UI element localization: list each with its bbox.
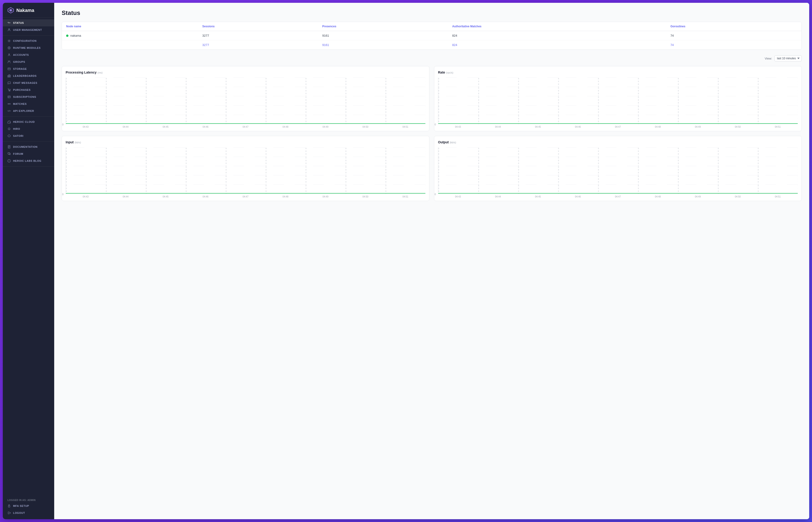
sidebar-footer: LOGGED IN AS: ADMIN MFA SETUP LOGOUT bbox=[3, 494, 54, 519]
chart-output: Output(kb/s) 0 04:43 04:44 04:45 04:46 0… bbox=[434, 136, 802, 201]
activity-icon bbox=[7, 21, 11, 24]
node-name-cell: nakama bbox=[62, 31, 198, 40]
chart-area-rate: 0 bbox=[438, 78, 798, 124]
doc-icon bbox=[7, 145, 11, 148]
table-row: nakama 3277 9161 824 74 bbox=[62, 31, 801, 40]
page-title: Status bbox=[62, 9, 802, 17]
groups-icon bbox=[7, 60, 11, 63]
main-content: Status Node name Sessions Presences Auth… bbox=[54, 3, 809, 519]
app-name: Nakama bbox=[16, 8, 34, 13]
chart-area-processing-latency: 0 bbox=[66, 78, 425, 124]
svg-point-3 bbox=[8, 29, 9, 30]
sidebar-item-documentation[interactable]: DOCUMENTATION bbox=[3, 143, 54, 150]
time-labels-3: 04:43 04:44 04:45 04:46 04:47 04:48 04:4… bbox=[438, 195, 798, 198]
forum-icon bbox=[7, 152, 11, 156]
mfa-icon bbox=[7, 504, 11, 507]
sidebar-item-subscriptions[interactable]: SUBSCRIPTIONS bbox=[3, 93, 54, 100]
sidebar-section-top: STATUS USER MANAGEMENT bbox=[3, 18, 54, 36]
col-presences: Presences bbox=[318, 22, 448, 31]
settings-icon bbox=[7, 39, 11, 42]
sidebar-item-api-explorer[interactable]: API EXPLORER bbox=[3, 107, 54, 114]
time-labels-1: 04:43 04:44 04:45 04:46 04:47 04:48 04:4… bbox=[438, 126, 798, 128]
chart-grid-svg-2 bbox=[66, 147, 425, 194]
chart-title-output: Output(kb/s) bbox=[438, 140, 798, 144]
summary-goroutines: 74 bbox=[666, 40, 801, 50]
sidebar-item-matches[interactable]: MATCHES bbox=[3, 100, 54, 107]
sidebar-item-status[interactable]: STATUS bbox=[3, 19, 54, 26]
chart-grid-svg-3 bbox=[438, 147, 798, 194]
sidebar-item-groups[interactable]: GROUPS bbox=[3, 58, 54, 65]
node-status-dot bbox=[66, 35, 69, 37]
sidebar-item-leaderboards[interactable]: LEADERBOARDS bbox=[3, 73, 54, 79]
charts-row-2: Input(kb/s) 0 04:43 04:44 04:45 04:46 04… bbox=[62, 136, 802, 201]
subscriptions-icon bbox=[7, 95, 11, 99]
chat-icon bbox=[7, 81, 11, 84]
svg-rect-10 bbox=[8, 68, 11, 70]
presences-value: 9161 bbox=[318, 31, 448, 40]
accounts-icon bbox=[7, 53, 11, 57]
zero-label-2: 0 bbox=[62, 193, 63, 196]
svg-point-6 bbox=[8, 47, 9, 48]
storage-icon bbox=[7, 67, 11, 71]
svg-rect-42 bbox=[438, 147, 798, 194]
svg-point-2 bbox=[10, 9, 12, 11]
chart-area-input: 0 bbox=[66, 147, 425, 194]
sidebar-item-heroic-labs-blog[interactable]: HEROIC LABS BLOG bbox=[3, 157, 54, 164]
sessions-value: 3277 bbox=[198, 31, 318, 40]
status-table: Node name Sessions Presences Authoritati… bbox=[62, 22, 802, 50]
sidebar-item-chat-messages[interactable]: CHAT MESSAGES bbox=[3, 79, 54, 86]
sidebar-item-mfa-setup[interactable]: MFA SETUP bbox=[3, 502, 54, 509]
svg-rect-12 bbox=[8, 75, 9, 77]
chart-processing-latency: Processing Latency(ms) 0 04:43 04:44 04:… bbox=[62, 66, 429, 131]
time-labels-2: 04:43 04:44 04:45 04:46 04:47 04:48 04:4… bbox=[66, 195, 425, 198]
svg-point-4 bbox=[8, 40, 9, 41]
svg-rect-14 bbox=[10, 75, 11, 77]
cloud-icon bbox=[7, 120, 11, 123]
zero-label-0: 0 bbox=[62, 123, 63, 126]
sidebar-item-purchases[interactable]: PURCHASES bbox=[3, 86, 54, 93]
nakama-logo-icon bbox=[7, 7, 14, 14]
matches-icon bbox=[7, 102, 11, 105]
app-container: Nakama STATUS USER MANAGEMENT CONFIGURAT… bbox=[3, 3, 809, 519]
sidebar-item-storage[interactable]: STORAGE bbox=[3, 65, 54, 73]
api-icon bbox=[7, 109, 11, 113]
view-label: View: bbox=[765, 57, 772, 60]
sidebar: Nakama STATUS USER MANAGEMENT CONFIGURAT… bbox=[3, 3, 54, 519]
svg-rect-40 bbox=[66, 147, 425, 194]
svg-point-9 bbox=[9, 61, 10, 62]
sidebar-item-configuration[interactable]: CONFIGURATION bbox=[3, 37, 54, 44]
svg-point-7 bbox=[8, 54, 9, 55]
view-select[interactable]: last 10 minutes last 30 minutes last 1 h… bbox=[774, 55, 802, 61]
purchases-icon bbox=[7, 88, 11, 92]
sidebar-item-runtime-modules[interactable]: RUNTIME MODULES bbox=[3, 44, 54, 52]
runtime-icon bbox=[7, 46, 11, 49]
satori-icon bbox=[7, 134, 11, 138]
blog-icon bbox=[7, 159, 11, 162]
sidebar-item-forum[interactable]: FORUM bbox=[3, 150, 54, 157]
svg-rect-36 bbox=[66, 78, 425, 124]
leaderboards-icon bbox=[7, 74, 11, 78]
sidebar-item-logout[interactable]: LOGOUT bbox=[3, 509, 54, 516]
svg-point-15 bbox=[9, 91, 9, 91]
svg-point-8 bbox=[8, 61, 9, 62]
sidebar-item-satori[interactable]: SATORI bbox=[3, 133, 54, 139]
zero-label-1: 0 bbox=[434, 123, 436, 126]
svg-point-21 bbox=[9, 103, 11, 104]
svg-rect-17 bbox=[8, 96, 11, 98]
svg-rect-38 bbox=[438, 78, 798, 124]
user-icon bbox=[7, 28, 11, 32]
sidebar-section-main: CONFIGURATION RUNTIME MODULES ACCOUNTS G… bbox=[3, 36, 54, 117]
charts-row-1: Processing Latency(ms) 0 04:43 04:44 04:… bbox=[62, 66, 802, 131]
col-sessions: Sessions bbox=[198, 22, 318, 31]
logo: Nakama bbox=[3, 3, 54, 18]
sidebar-section-cloud: HEROIC CLOUD HIRO SATORI bbox=[3, 117, 54, 141]
sidebar-item-heroic-cloud[interactable]: HEROIC CLOUD bbox=[3, 118, 54, 125]
sidebar-item-hiro[interactable]: HIRO bbox=[3, 125, 54, 133]
sidebar-item-accounts[interactable]: ACCOUNTS bbox=[3, 52, 54, 58]
sidebar-item-user-management[interactable]: USER MANAGEMENT bbox=[3, 26, 54, 33]
col-auth-matches: Authoritative Matches bbox=[448, 22, 666, 31]
svg-point-20 bbox=[8, 103, 9, 104]
col-node-name: Node name bbox=[62, 22, 198, 31]
svg-line-23 bbox=[9, 110, 9, 112]
chart-title-processing-latency: Processing Latency(ms) bbox=[66, 71, 425, 74]
